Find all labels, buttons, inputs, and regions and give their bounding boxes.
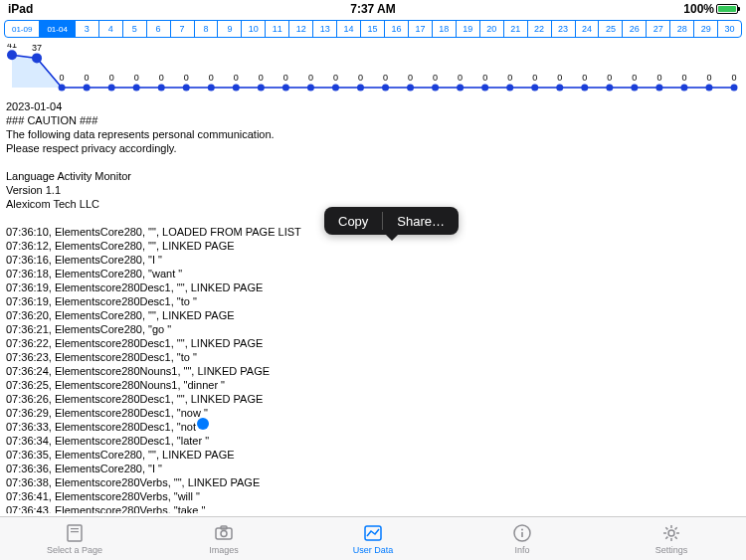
log-line[interactable]: 07:36:33, Elementscore280Desc1, "not " bbox=[6, 420, 740, 434]
date-tab-11[interactable]: 11 bbox=[266, 21, 289, 37]
date-tab-28[interactable]: 28 bbox=[670, 21, 694, 37]
svg-text:0: 0 bbox=[283, 73, 288, 83]
activity-chart: 41370000000000000000000000000000 bbox=[6, 44, 740, 95]
log-line[interactable]: 07:36:38, Elementscore280Verbs, "", LINK… bbox=[6, 475, 740, 489]
date-tab-27[interactable]: 27 bbox=[647, 21, 670, 37]
date-tab-25[interactable]: 25 bbox=[599, 21, 623, 37]
date-tab-17[interactable]: 17 bbox=[409, 21, 433, 37]
svg-point-40 bbox=[506, 85, 513, 92]
date-tab-5[interactable]: 5 bbox=[123, 21, 147, 37]
svg-point-16 bbox=[208, 85, 215, 92]
svg-point-18 bbox=[233, 85, 240, 92]
date-tabs[interactable]: 01-0901-04345678910111213141516171819202… bbox=[4, 20, 742, 38]
svg-point-0 bbox=[7, 50, 17, 60]
svg-text:0: 0 bbox=[308, 73, 313, 83]
log-line[interactable]: 07:36:24, Elementscore280Nouns1, "", LIN… bbox=[6, 364, 740, 378]
date-tab-13[interactable]: 13 bbox=[313, 21, 337, 37]
svg-text:0: 0 bbox=[557, 73, 562, 83]
date-tab-8[interactable]: 8 bbox=[195, 21, 219, 37]
svg-point-2 bbox=[32, 53, 42, 63]
date-tab-30[interactable]: 30 bbox=[718, 21, 741, 37]
log-line[interactable]: 07:36:36, ElementsCore280, "I " bbox=[6, 462, 740, 475]
date-tab-15[interactable]: 15 bbox=[361, 21, 385, 37]
svg-rect-69 bbox=[521, 532, 523, 537]
date-tab-22[interactable]: 22 bbox=[528, 21, 552, 37]
log-line[interactable]: 07:36:23, Elementscore280Desc1, "to " bbox=[6, 350, 740, 364]
share-button[interactable]: Share… bbox=[383, 214, 459, 229]
date-tab-29[interactable]: 29 bbox=[694, 21, 718, 37]
gear-icon bbox=[660, 522, 682, 544]
date-tab-01-09[interactable]: 01-09 bbox=[5, 21, 40, 37]
svg-point-64 bbox=[221, 531, 227, 537]
battery-indicator: 100% bbox=[683, 2, 738, 16]
tab-user-data[interactable]: User Data bbox=[298, 517, 448, 560]
svg-text:0: 0 bbox=[60, 73, 65, 83]
svg-point-20 bbox=[258, 85, 265, 92]
tab-select-page[interactable]: Select a Page bbox=[0, 517, 149, 560]
page-icon bbox=[64, 522, 86, 544]
log-line[interactable]: 07:36:18, ElementsCore280, "want " bbox=[6, 267, 740, 280]
log-line[interactable]: 07:36:20, ElementsCore280, "", LINKED PA… bbox=[6, 308, 740, 322]
svg-text:0: 0 bbox=[458, 73, 463, 83]
svg-text:0: 0 bbox=[109, 73, 114, 83]
svg-text:0: 0 bbox=[85, 73, 90, 83]
svg-text:0: 0 bbox=[607, 73, 612, 83]
date-tab-01-04[interactable]: 01-04 bbox=[40, 21, 75, 37]
tab-info[interactable]: Info bbox=[448, 517, 597, 560]
tab-bar: Select a Page Images User Data Info Sett… bbox=[0, 516, 746, 560]
info-icon bbox=[511, 522, 533, 544]
log-caution: ### CAUTION ### bbox=[6, 113, 740, 127]
copy-button[interactable]: Copy bbox=[324, 214, 382, 229]
log-line[interactable]: 07:36:21, ElementsCore280, "go " bbox=[6, 322, 740, 336]
log-line[interactable]: 07:36:25, Elementscore280Nouns1, "dinner… bbox=[6, 378, 740, 392]
svg-point-38 bbox=[481, 85, 488, 92]
log-line[interactable]: 07:36:19, Elementscore280Desc1, "", LINK… bbox=[6, 280, 740, 294]
svg-text:0: 0 bbox=[433, 73, 438, 83]
date-tab-20[interactable]: 20 bbox=[480, 21, 504, 37]
date-tab-10[interactable]: 10 bbox=[242, 21, 266, 37]
svg-text:0: 0 bbox=[482, 73, 487, 83]
log-line[interactable]: 07:36:29, Elementscore280Desc1, "now " bbox=[6, 406, 740, 420]
date-tab-12[interactable]: 12 bbox=[289, 21, 313, 37]
log-line[interactable]: 07:36:41, Elementscore280Verbs, "will " bbox=[6, 489, 740, 503]
tab-settings[interactable]: Settings bbox=[597, 517, 746, 560]
svg-point-6 bbox=[84, 85, 91, 92]
log-area[interactable]: 2023-01-04 ### CAUTION ### The following… bbox=[0, 95, 746, 513]
date-tab-7[interactable]: 7 bbox=[171, 21, 195, 37]
log-line[interactable]: 07:36:12, ElementsCore280, "", LINKED PA… bbox=[6, 239, 740, 253]
date-tab-21[interactable]: 21 bbox=[504, 21, 528, 37]
svg-point-28 bbox=[357, 85, 364, 92]
svg-text:0: 0 bbox=[408, 73, 413, 83]
svg-point-54 bbox=[680, 85, 687, 92]
svg-text:0: 0 bbox=[358, 73, 363, 83]
log-line[interactable]: 07:36:16, ElementsCore280, "I " bbox=[6, 253, 740, 267]
svg-point-8 bbox=[108, 85, 115, 92]
date-tab-18[interactable]: 18 bbox=[433, 21, 457, 37]
date-tab-14[interactable]: 14 bbox=[337, 21, 361, 37]
log-line[interactable]: 07:36:43, Elementscore280Verbs, "take " bbox=[6, 503, 740, 513]
date-tab-24[interactable]: 24 bbox=[576, 21, 600, 37]
date-tab-9[interactable]: 9 bbox=[218, 21, 242, 37]
log-line[interactable]: 07:36:19, Elementscore280Desc1, "to " bbox=[6, 294, 740, 308]
date-tab-6[interactable]: 6 bbox=[147, 21, 171, 37]
date-tab-16[interactable]: 16 bbox=[385, 21, 409, 37]
log-line[interactable]: 07:36:22, Elementscore280Desc1, "", LINK… bbox=[6, 336, 740, 350]
date-tab-19[interactable]: 19 bbox=[457, 21, 480, 37]
log-line[interactable]: 07:36:26, Elementscore280Desc1, "", LINK… bbox=[6, 392, 740, 406]
svg-text:0: 0 bbox=[383, 73, 388, 83]
date-tab-26[interactable]: 26 bbox=[623, 21, 647, 37]
log-line[interactable]: 07:36:34, Elementscore280Desc1, "later " bbox=[6, 434, 740, 448]
svg-point-42 bbox=[531, 85, 538, 92]
svg-text:0: 0 bbox=[507, 73, 512, 83]
svg-point-46 bbox=[581, 85, 588, 92]
log-line[interactable]: 07:36:35, ElementsCore280, "", LINKED PA… bbox=[6, 448, 740, 462]
svg-text:0: 0 bbox=[731, 73, 736, 83]
tab-images[interactable]: Images bbox=[149, 517, 298, 560]
date-tab-3[interactable]: 3 bbox=[76, 21, 99, 37]
svg-point-36 bbox=[457, 85, 464, 92]
selection-handle[interactable] bbox=[197, 418, 209, 430]
svg-text:0: 0 bbox=[632, 73, 637, 83]
date-tab-23[interactable]: 23 bbox=[552, 21, 576, 37]
date-tab-4[interactable]: 4 bbox=[99, 21, 123, 37]
svg-text:37: 37 bbox=[32, 44, 42, 53]
